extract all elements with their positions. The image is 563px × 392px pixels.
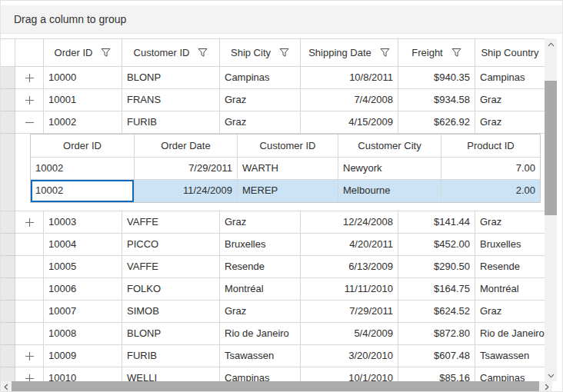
cell-freight[interactable]: $872.80 <box>398 323 475 345</box>
group-drop-area[interactable]: Drag a column to group <box>1 5 562 34</box>
cell-shipping-date[interactable]: 12/24/2008 <box>301 211 398 234</box>
detail-cell-customer-city[interactable]: Melbourne <box>338 180 441 202</box>
filter-icon[interactable] <box>451 48 461 58</box>
cell-ship-country[interactable]: Graz <box>475 89 545 111</box>
cell-freight[interactable]: $164.75 <box>398 278 475 301</box>
cell-customer-id[interactable]: BLONP <box>122 67 220 89</box>
cell-shipping-date[interactable]: 7/29/2011 <box>301 301 398 323</box>
cell-ship-city[interactable]: Tsawassen <box>220 345 301 367</box>
expand-icon[interactable] <box>25 218 35 228</box>
cell-order-id[interactable]: 10000 <box>44 67 122 89</box>
detail-cell-customer-city[interactable]: Newyork <box>338 158 441 180</box>
cell-ship-country[interactable]: Resende <box>475 256 545 278</box>
cell-customer-id[interactable]: VAFFE <box>122 211 220 234</box>
column-header-customer-id[interactable]: Customer ID <box>122 39 220 67</box>
cell-ship-country[interactable]: Campinas <box>475 67 545 89</box>
cell-freight[interactable]: $607.48 <box>398 345 475 367</box>
expand-icon[interactable] <box>25 95 35 105</box>
cell-customer-id[interactable]: FRANS <box>122 89 220 111</box>
cell-freight[interactable]: $626.92 <box>398 111 475 134</box>
vertical-scrollbar-thumb[interactable] <box>545 81 557 215</box>
cell-shipping-date[interactable]: 11/11/2010 <box>301 278 398 301</box>
cell-ship-city[interactable]: Campinas <box>220 67 301 89</box>
expander-cell[interactable] <box>15 111 44 134</box>
cell-customer-id[interactable]: FURIB <box>122 345 220 367</box>
cell-order-id[interactable]: 10001 <box>44 89 122 111</box>
cell-shipping-date[interactable]: 10/8/2011 <box>301 67 398 89</box>
current-cell[interactable]: 10002 <box>31 180 135 202</box>
cell-shipping-date[interactable]: 5/4/2009 <box>301 323 398 345</box>
detail-column-header-customer-city[interactable]: Customer City <box>338 135 441 158</box>
cell-freight[interactable]: $624.52 <box>398 301 475 323</box>
cell-ship-city[interactable]: Campinas <box>220 367 301 383</box>
scroll-up-button[interactable] <box>545 38 557 50</box>
column-header-order-id[interactable]: Order ID <box>44 39 122 67</box>
cell-ship-city[interactable]: Resende <box>220 256 301 278</box>
column-header-ship-country[interactable]: Ship Country <box>475 39 545 67</box>
detail-cell-order-id[interactable]: 10002 <box>31 158 135 180</box>
cell-customer-id[interactable]: SIMOB <box>122 301 220 323</box>
detail-column-header-product-id[interactable]: Product ID <box>441 135 540 158</box>
scroll-down-button[interactable] <box>545 370 557 381</box>
cell-order-id[interactable]: 10003 <box>44 211 122 234</box>
detail-column-header-order-id[interactable]: Order ID <box>31 135 135 158</box>
filter-icon[interactable] <box>279 48 289 58</box>
expand-icon[interactable] <box>25 351 35 361</box>
cell-ship-city[interactable]: Graz <box>220 211 301 234</box>
detail-cell-order-date[interactable]: 7/29/2011 <box>135 158 238 180</box>
cell-order-id[interactable]: 10008 <box>44 323 122 345</box>
cell-ship-country[interactable]: Tsawassen <box>475 345 545 367</box>
detail-cell-product-id[interactable]: 2.00 <box>441 180 540 202</box>
cell-freight[interactable]: $141.44 <box>398 211 475 234</box>
detail-cell-product-id[interactable]: 7.00 <box>441 158 540 180</box>
cell-ship-city[interactable]: Graz <box>220 89 301 111</box>
expander-cell[interactable] <box>15 345 44 367</box>
cell-ship-country[interactable]: Graz <box>475 301 545 323</box>
column-header-ship-city[interactable]: Ship City <box>220 39 301 67</box>
cell-customer-id[interactable]: FOLKO <box>122 278 220 301</box>
cell-shipping-date[interactable]: 10/1/2010 <box>301 367 398 383</box>
horizontal-scrollbar[interactable] <box>1 381 552 392</box>
cell-order-id[interactable]: 10004 <box>44 234 122 256</box>
detail-cell-order-date[interactable]: 11/24/2009 <box>135 180 238 202</box>
expander-cell[interactable] <box>15 89 44 111</box>
cell-shipping-date[interactable]: 4/20/2011 <box>301 234 398 256</box>
column-header-freight[interactable]: Freight <box>398 39 475 67</box>
cell-ship-country[interactable]: Bruxelles <box>475 234 545 256</box>
cell-freight[interactable]: $290.50 <box>398 256 475 278</box>
cell-customer-id[interactable]: BLONP <box>122 323 220 345</box>
cell-ship-city[interactable]: Montréal <box>220 278 301 301</box>
column-header-shipping-date[interactable]: Shipping Date <box>301 39 398 67</box>
filter-icon[interactable] <box>380 48 390 58</box>
cell-customer-id[interactable]: FURIB <box>122 111 220 134</box>
detail-cell-customer-id[interactable]: MEREP <box>238 180 338 202</box>
detail-column-header-order-date[interactable]: Order Date <box>135 135 238 158</box>
cell-order-id[interactable]: 10005 <box>44 256 122 278</box>
cell-ship-city[interactable]: Rio de Janeiro <box>220 323 301 345</box>
horizontal-scrollbar-thumb[interactable] <box>12 381 539 392</box>
cell-ship-country[interactable]: Graz <box>475 111 545 134</box>
horizontal-scrollbar-track[interactable] <box>12 381 541 392</box>
cell-customer-id[interactable]: PICCO <box>122 234 220 256</box>
cell-shipping-date[interactable]: 3/20/2010 <box>301 345 398 367</box>
cell-shipping-date[interactable]: 7/4/2008 <box>301 89 398 111</box>
scroll-left-button[interactable] <box>1 381 12 392</box>
filter-icon[interactable] <box>101 48 111 58</box>
expander-cell[interactable] <box>15 367 44 383</box>
cell-freight[interactable]: $940.35 <box>398 67 475 89</box>
cell-shipping-date[interactable]: 6/13/2009 <box>301 256 398 278</box>
cell-ship-country[interactable]: Graz <box>475 211 545 234</box>
expander-cell[interactable] <box>15 67 44 89</box>
cell-freight[interactable]: $85.16 <box>398 367 475 383</box>
cell-ship-city[interactable]: Graz <box>220 301 301 323</box>
cell-customer-id[interactable]: WELLI <box>122 367 220 383</box>
cell-order-id[interactable]: 10002 <box>44 111 122 134</box>
cell-freight[interactable]: $452.00 <box>398 234 475 256</box>
detail-column-header-customer-id[interactable]: Customer ID <box>238 135 338 158</box>
cell-ship-city[interactable]: Bruxelles <box>220 234 301 256</box>
cell-customer-id[interactable]: VAFFE <box>122 256 220 278</box>
cell-order-id[interactable]: 10006 <box>44 278 122 301</box>
filter-icon[interactable] <box>198 48 208 58</box>
expander-cell[interactable] <box>15 211 44 234</box>
cell-order-id[interactable]: 10007 <box>44 301 122 323</box>
